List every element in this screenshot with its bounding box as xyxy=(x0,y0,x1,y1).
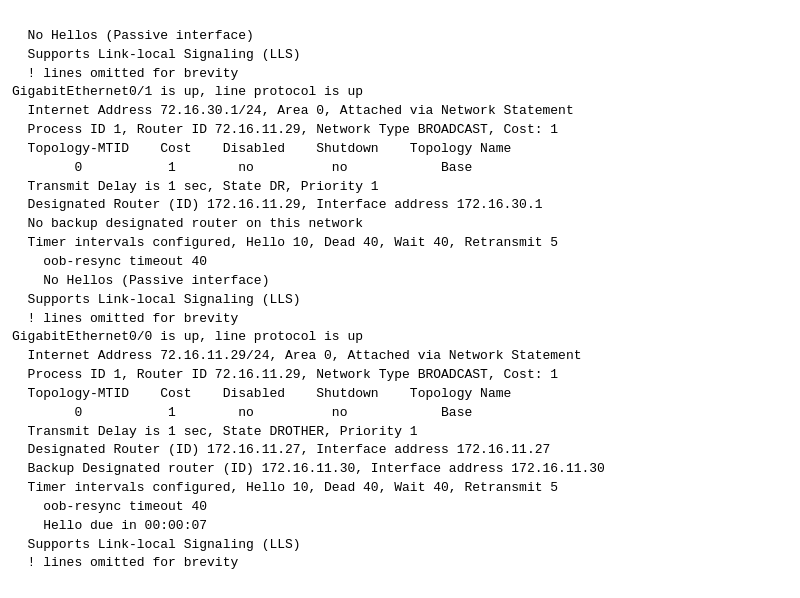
terminal-line: oob-resync timeout 40 xyxy=(12,498,788,517)
terminal-line: 0 1 no no Base xyxy=(12,159,788,178)
terminal-line: Internet Address 72.16.11.29/24, Area 0,… xyxy=(12,347,788,366)
terminal-line: No backup designated router on this netw… xyxy=(12,215,788,234)
terminal-line: Process ID 1, Router ID 72.16.11.29, Net… xyxy=(12,121,788,140)
terminal-line: oob-resync timeout 40 xyxy=(12,253,788,272)
terminal-line: Supports Link-local Signaling (LLS) xyxy=(12,291,788,310)
terminal-line: Supports Link-local Signaling (LLS) xyxy=(12,46,788,65)
terminal-line: 0 1 no no Base xyxy=(12,404,788,423)
terminal-line: Topology-MTID Cost Disabled Shutdown Top… xyxy=(12,140,788,159)
terminal-line: GigabitEthernet0/0 is up, line protocol … xyxy=(12,328,788,347)
terminal-line: ! lines omitted for brevity xyxy=(12,65,788,84)
terminal-line: No Hellos (Passive interface) xyxy=(12,272,788,291)
terminal-line: Internet Address 72.16.30.1/24, Area 0, … xyxy=(12,102,788,121)
terminal-line: Supports Link-local Signaling (LLS) xyxy=(12,536,788,555)
terminal-output: No Hellos (Passive interface) Supports L… xyxy=(0,0,800,581)
terminal-line: Topology-MTID Cost Disabled Shutdown Top… xyxy=(12,385,788,404)
terminal-line: ! lines omitted for brevity xyxy=(12,554,788,573)
terminal-line: Process ID 1, Router ID 72.16.11.29, Net… xyxy=(12,366,788,385)
terminal-line: ! lines omitted for brevity xyxy=(12,310,788,329)
terminal-line: Transmit Delay is 1 sec, State DR, Prior… xyxy=(12,178,788,197)
terminal-line: Designated Router (ID) 172.16.11.27, Int… xyxy=(12,441,788,460)
terminal-line: Designated Router (ID) 172.16.11.29, Int… xyxy=(12,196,788,215)
terminal-line: Backup Designated router (ID) 172.16.11.… xyxy=(12,460,788,479)
terminal-line: Transmit Delay is 1 sec, State DROTHER, … xyxy=(12,423,788,442)
terminal-line: Hello due in 00:00:07 xyxy=(12,517,788,536)
terminal-line: Timer intervals configured, Hello 10, De… xyxy=(12,234,788,253)
terminal-line: GigabitEthernet0/1 is up, line protocol … xyxy=(12,83,788,102)
terminal-line: Timer intervals configured, Hello 10, De… xyxy=(12,479,788,498)
terminal-line: No Hellos (Passive interface) xyxy=(12,27,788,46)
